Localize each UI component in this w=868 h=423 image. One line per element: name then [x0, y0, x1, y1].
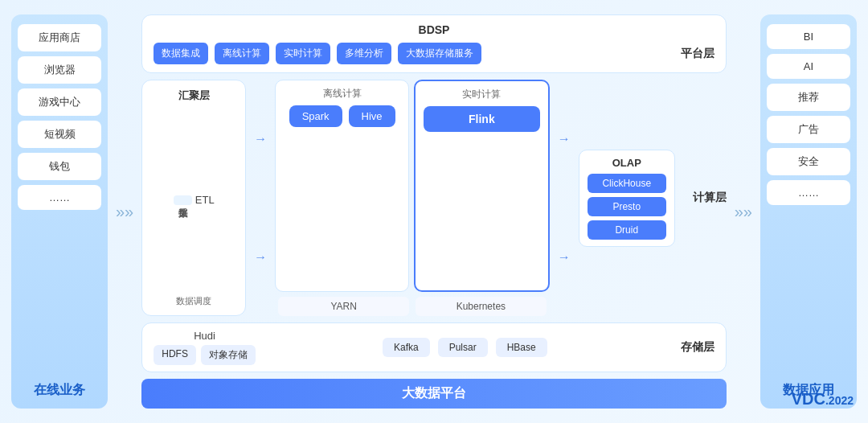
compute-row: 离线计算 Spark Hive 实时计算 Flink — [275, 80, 550, 292]
arrow-top: → — [254, 132, 267, 146]
data-collect-label: 数据采集 — [174, 195, 192, 205]
storage-right: Kafka Pulsar HBase — [264, 338, 666, 357]
right-item-5: …… — [767, 180, 850, 205]
left-item-0: 应用商店 — [18, 24, 101, 51]
aggregation-content: 数据采集 ETL — [174, 108, 215, 292]
schedule-label: 数据调度 — [176, 295, 211, 307]
olap-wrapper: OLAP ClickHouse Presto Druid 计算层 — [579, 80, 727, 316]
olap-items: ClickHouse Presto Druid — [588, 174, 666, 240]
right-item-4: 安全 — [767, 148, 850, 175]
aggregation-section: 汇聚层 数据采集 ETL 数据调度 — [141, 80, 246, 316]
left-item-3: 短视频 — [18, 121, 101, 148]
hdfs-item: HDFS — [154, 345, 196, 365]
storage-left: Hudi HDFS 对象存储 — [154, 330, 256, 365]
footer-bar: 大数据平台 — [141, 379, 727, 409]
realtime-title: 实时计算 — [424, 88, 540, 101]
outer-right-arrow: »» — [735, 14, 752, 409]
left-item-1: 浏览器 — [18, 56, 101, 84]
clickhouse-item: ClickHouse — [588, 174, 666, 193]
hbase-item: HBase — [496, 338, 547, 357]
left-inner-arrows: → → — [252, 80, 268, 316]
bottom-area: 汇聚层 数据采集 ETL 数据调度 → → 离线计算 — [141, 80, 727, 316]
offline-items: Spark Hive — [284, 105, 400, 127]
offline-compute: 离线计算 Spark Hive — [275, 80, 409, 292]
arrow-right-top: → — [558, 132, 571, 146]
kubernetes-item: Kubernetes — [416, 297, 547, 316]
bdsp-tag-0: 数据集成 — [154, 43, 208, 64]
left-item-2: 游戏中心 — [18, 88, 101, 116]
hdfs-row: HDFS 对象存储 — [154, 345, 256, 365]
bdsp-tags: 数据集成 离线计算 实时计算 多维分析 大数据存储服务 — [154, 43, 668, 64]
object-storage-item: 对象存储 — [201, 345, 256, 365]
right-item-1: AI — [767, 54, 850, 79]
bdsp-tag-2: 实时计算 — [276, 43, 330, 64]
kafka-item: Kafka — [383, 338, 430, 357]
pulsar-item: Pulsar — [438, 338, 488, 357]
hudi-label: Hudi — [154, 330, 256, 342]
left-item-5: …… — [18, 185, 101, 210]
bottom-middle: 离线计算 Spark Hive 实时计算 Flink YARN — [275, 80, 550, 316]
right-item-3: 广告 — [767, 116, 850, 143]
compute-layer-label: 计算层 — [693, 191, 727, 205]
hive-item: Hive — [349, 105, 395, 127]
left-items-list: 应用商店 浏览器 游戏中心 短视频 钱包 …… — [18, 24, 101, 372]
storage-section: Hudi HDFS 对象存储 Kafka Pulsar HBase 存储层 — [141, 322, 727, 372]
offline-title: 离线计算 — [284, 87, 400, 101]
bdsp-section: BDSP 数据集成 离线计算 实时计算 多维分析 大数据存储服务 平台层 — [141, 14, 727, 73]
right-item-0: BI — [767, 24, 850, 49]
middle-panel: BDSP 数据集成 离线计算 实时计算 多维分析 大数据存储服务 平台层 汇聚层… — [141, 14, 727, 409]
vdc-logo: VDC.2022 — [792, 390, 854, 409]
right-items-list: BI AI 推荐 广告 安全 …… — [767, 24, 850, 372]
year-text: .2022 — [825, 394, 854, 407]
footer-label: 大数据平台 — [402, 386, 466, 400]
platform-layer-label: 平台层 — [681, 47, 714, 61]
main-container: 应用商店 浏览器 游戏中心 短视频 钱包 …… 在线业务 »» BDSP 数据集… — [0, 0, 868, 423]
flink-item: Flink — [424, 106, 540, 132]
left-panel-label: 在线业务 — [34, 382, 85, 399]
outer-left-arrow: »» — [116, 14, 133, 409]
right-item-2: 推荐 — [767, 84, 850, 111]
right-panel: BI AI 推荐 广告 安全 …… 数据应用 — [760, 14, 857, 409]
yarn-row: YARN Kubernetes — [275, 297, 550, 316]
bdsp-title: BDSP — [154, 23, 714, 36]
spark-item: Spark — [289, 105, 342, 127]
druid-item: Druid — [588, 220, 666, 240]
chevron-double-left: »» — [116, 203, 133, 220]
olap-section: OLAP ClickHouse Presto Druid — [579, 150, 675, 247]
chevron-double-right: »» — [735, 203, 752, 220]
vdc-text: VDC — [792, 390, 825, 408]
aggregation-title: 汇聚层 — [178, 88, 210, 103]
yarn-item: YARN — [278, 297, 409, 316]
presto-item: Presto — [588, 197, 666, 216]
arrow-bottom: → — [254, 250, 267, 265]
etl-label: ETL — [195, 194, 215, 206]
olap-title: OLAP — [588, 157, 666, 169]
bdsp-row: 数据集成 离线计算 实时计算 多维分析 大数据存储服务 平台层 — [154, 43, 714, 64]
right-inner-arrows: → → — [556, 80, 572, 316]
bdsp-tag-1: 离线计算 — [215, 43, 269, 64]
arrow-right-bottom: → — [558, 250, 571, 265]
bdsp-tag-3: 多维分析 — [337, 43, 391, 64]
left-item-4: 钱包 — [18, 153, 101, 180]
realtime-compute: 实时计算 Flink — [414, 80, 550, 292]
bdsp-tag-4: 大数据存储服务 — [398, 43, 481, 64]
left-panel: 应用商店 浏览器 游戏中心 短视频 钱包 …… 在线业务 — [11, 14, 108, 409]
storage-layer-label: 存储层 — [681, 340, 714, 355]
